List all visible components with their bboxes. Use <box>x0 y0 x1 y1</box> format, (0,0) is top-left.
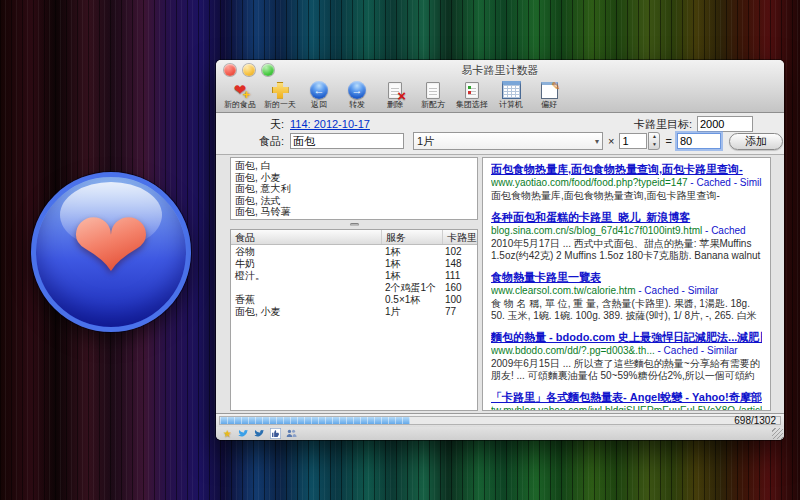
result-cached-link[interactable]: - Cached - Similar <box>690 177 762 188</box>
progress-bar <box>219 416 781 425</box>
table-row[interactable]: 牛奶 1杯 148 <box>231 258 477 270</box>
cell-calories: 160 <box>441 282 477 294</box>
like-icon[interactable] <box>270 428 281 439</box>
result-cached-link[interactable]: - Cached <box>705 225 746 236</box>
group-icon[interactable] <box>286 428 297 439</box>
calculator-button[interactable]: 计算机 <box>493 81 529 110</box>
result-url: www.bdodo.com/dd/?.pg=d003&.th... <box>491 345 655 356</box>
heart-plus-icon <box>234 81 247 99</box>
stepper-up-icon[interactable]: ▲ <box>649 133 659 141</box>
delete-button[interactable]: 删除 <box>377 81 413 110</box>
food-row: 食品: 1片 ▾ × ▲ ▼ = 添加 <box>216 133 784 149</box>
toolbar-label: 新配方 <box>421 99 445 110</box>
suggestion-item[interactable]: 面包, 意大利 <box>235 183 473 195</box>
quantity-input[interactable] <box>619 133 647 149</box>
result-cached-link[interactable]: - Cached - Similar <box>658 345 738 356</box>
table-row[interactable]: 橙汁。 1杯 111 <box>231 270 477 282</box>
toolbar-label: 返回 <box>311 99 327 110</box>
goal-label: 卡路里目标: <box>634 117 692 132</box>
titlebar[interactable]: 易卡路里计数器 <box>216 60 784 80</box>
table-body: 谷物 1杯 102 牛奶 1杯 148 橙汁。 1杯 111 <box>231 245 477 318</box>
cell-serving: 1杯 <box>381 246 441 258</box>
column-header-serving[interactable]: 服务 <box>382 230 443 244</box>
add-button[interactable]: 添加 <box>729 133 783 150</box>
plus-icon <box>272 81 289 99</box>
toolbar: 新的食品 新的一天 返回 转发 删除 <box>216 80 784 112</box>
result-title-link[interactable]: 面包食物热量库,面包食物热量查询,面包卡路里查询- <box>491 163 762 176</box>
result-title-link[interactable]: 麵包的熱量 - bdodo.com 史上最強悍日記減肥法...減肥日記,卡路..… <box>491 331 762 344</box>
result-title-link[interactable]: 各种面包和蛋糕的卡路里_晓儿_新浪博客 <box>491 211 762 224</box>
delete-page-icon <box>388 81 402 99</box>
desktop-background: ❤ 易卡路里计数器 新的食品 新的一天 <box>0 0 800 500</box>
column-header-calories[interactable]: 卡路里 <box>443 230 477 244</box>
calories-input[interactable] <box>677 133 721 149</box>
splitter-handle[interactable] <box>230 220 478 229</box>
suggestion-item[interactable]: 面包, 白 <box>235 160 473 172</box>
cell-serving: 1杯 <box>381 270 441 282</box>
new-recipe-button[interactable]: 新配方 <box>415 81 451 110</box>
stepper-down-icon[interactable]: ▼ <box>649 141 659 149</box>
cell-serving: 1杯 <box>381 258 441 270</box>
calorie-goal-input[interactable] <box>697 116 753 132</box>
goal-group: 卡路里目标: <box>634 116 753 132</box>
day-label: 天: <box>216 117 284 132</box>
suggestion-item[interactable]: 面包, 小麦 <box>235 172 473 184</box>
heart-app-icon[interactable]: ❤ <box>31 172 191 332</box>
star-icon[interactable]: ★ <box>222 428 233 439</box>
suggestion-list: 面包, 白 面包, 小麦 面包, 意大利 面包, 法式 面包, 马铃薯 <box>230 157 478 220</box>
cell-serving: 1片 <box>381 306 441 318</box>
result-url: blog.sina.com.cn/s/blog_67d41c7f0100int9… <box>491 225 702 236</box>
toolbar-label: 偏好 <box>541 99 557 110</box>
new-day-button[interactable]: 新的一天 <box>261 81 299 110</box>
twitter-icon[interactable] <box>238 428 249 439</box>
result-title-link[interactable]: 「卡路里」各式麵包熱量表- Angel蛻變 - Yahoo!奇摩部落格 <box>491 391 762 404</box>
table-header: 食品 服务 卡路里 <box>231 230 477 245</box>
group-select-button[interactable]: 集团选择 <box>453 81 491 110</box>
heart-icon: ❤ <box>71 198 151 294</box>
table-row[interactable]: 谷物 1杯 102 <box>231 246 477 258</box>
toolbar-label: 新的食品 <box>224 99 256 110</box>
preferences-button[interactable]: 偏好 <box>531 81 567 110</box>
column-header-food[interactable]: 食品 <box>231 230 382 244</box>
cell-calories: 111 <box>441 270 477 282</box>
close-button[interactable] <box>224 64 236 76</box>
new-food-button[interactable]: 新的食品 <box>221 81 259 110</box>
suggestion-item[interactable]: 面包, 法式 <box>235 195 473 207</box>
result-cached-link[interactable]: - Cached - Similar <box>638 285 718 296</box>
toolbar-label: 计算机 <box>499 99 523 110</box>
zoom-button[interactable] <box>262 64 274 76</box>
quantity-stepper[interactable]: ▲ ▼ <box>648 132 660 150</box>
result-title-link[interactable]: 食物熱量卡路里一覽表 <box>491 271 762 284</box>
toolbar-label: 集团选择 <box>456 99 488 110</box>
table-row[interactable]: 香蕉 0.5×1杯 100 <box>231 294 477 306</box>
recipe-page-icon <box>426 81 440 99</box>
table-row[interactable]: 2个鸡蛋1个 160 <box>231 282 477 294</box>
cell-calories: 102 <box>441 246 477 258</box>
result-snippet: 面包食物热量库,面包食物热量查询,面包卡路里查询- <box>491 190 762 202</box>
cell-food: 面包, 小麦 <box>231 306 381 318</box>
day-link[interactable]: 114: 2012-10-17 <box>290 118 370 130</box>
result-snippet: 食 物 名 稱, 單 位, 重 量, 含熱量(卡路里). 果醬, 1湯匙. 18… <box>491 298 762 322</box>
resize-grip[interactable] <box>772 428 783 439</box>
suggestion-item[interactable]: 面包, 马铃薯 <box>235 206 473 218</box>
twitter-alt-icon[interactable] <box>254 428 265 439</box>
cell-food: 牛奶 <box>231 258 381 270</box>
content-area: 面包, 白 面包, 小麦 面包, 意大利 面包, 法式 面包, 马铃薯 食品 服… <box>216 155 784 413</box>
window-chrome: 易卡路里计数器 新的食品 新的一天 返回 转发 <box>216 60 784 113</box>
result-url: www.clearsol.com.tw/calorie.htm <box>491 285 635 296</box>
table-row[interactable]: 面包, 小麦 1片 77 <box>231 306 477 318</box>
cell-calories: 100 <box>441 294 477 306</box>
search-results-panel: 面包食物热量库,面包食物热量查询,面包卡路里查询- www.yaotiao.co… <box>482 157 771 411</box>
back-button[interactable]: 返回 <box>301 81 337 110</box>
cell-food: 香蕉 <box>231 294 381 306</box>
forward-button[interactable]: 转发 <box>339 81 375 110</box>
result-url: tw.myblog.yahoo.com/jw!.bldgjSUERmEuuEuL… <box>491 405 762 411</box>
status-bar: 698/1302 <box>216 413 784 427</box>
serving-select[interactable]: 1片 ▾ <box>413 132 603 150</box>
food-input[interactable] <box>290 133 404 149</box>
left-column: 面包, 白 面包, 小麦 面包, 意大利 面包, 法式 面包, 马铃薯 食品 服… <box>230 157 478 411</box>
food-log-table: 食品 服务 卡路里 谷物 1杯 102 牛奶 1杯 148 <box>230 229 478 411</box>
minimize-button[interactable] <box>243 64 255 76</box>
cell-calories: 77 <box>441 306 477 318</box>
back-arrow-icon <box>310 81 328 99</box>
